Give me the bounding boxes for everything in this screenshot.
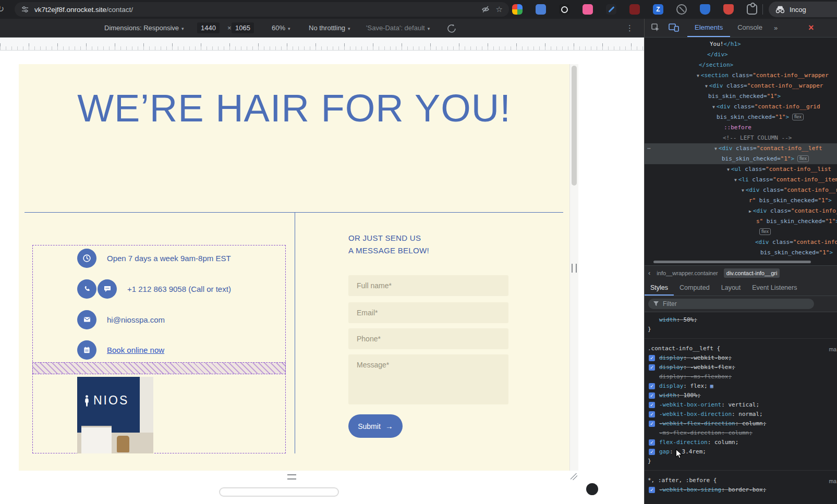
tree-node[interactable]: flex — [645, 227, 837, 237]
inspect-element-icon[interactable] — [651, 23, 660, 32]
puzzle-extensions-icon[interactable] — [747, 4, 757, 15]
eye-hidden-icon[interactable] — [481, 5, 491, 14]
site-settings-icon[interactable] — [21, 5, 29, 14]
url-text[interactable]: vk7t2ejf8f.onrocket.site/contact/ — [34, 6, 476, 14]
dark-red-extension-icon[interactable] — [629, 4, 640, 15]
save-data-select[interactable]: 'Save-Data': default — [366, 19, 430, 38]
tree-node[interactable]: ▼<li class="contact-info__item — [645, 175, 837, 185]
scrollbar-thumb[interactable] — [572, 66, 577, 186]
css-property[interactable]: ✓width: 100%; — [645, 391, 837, 400]
rule-selector[interactable]: *, :after, :before { — [648, 477, 717, 484]
elements-horizontal-scrollbar[interactable] — [645, 260, 837, 265]
property-checkbox[interactable]: ✓ — [649, 392, 655, 399]
expand-arrow-icon[interactable]: ▶ — [749, 209, 751, 214]
viewport-resize-handle-bottom[interactable] — [287, 474, 296, 480]
tree-node[interactable]: </section> — [645, 60, 837, 70]
tree-node[interactable]: bis_skin_checked="1"> — [645, 248, 837, 258]
expand-arrow-icon[interactable]: ▼ — [714, 146, 717, 151]
css-property[interactable]: ✓-webkit-box-orient: vertical; — [645, 400, 837, 410]
dark-circle-extension-icon[interactable] — [559, 4, 569, 15]
tab-console[interactable]: Console — [730, 19, 770, 37]
tree-node[interactable]: <div class="contact-info__text — [645, 237, 837, 248]
rotate-viewport-icon[interactable] — [446, 23, 457, 33]
tab-layout[interactable]: Layout — [715, 280, 747, 296]
stylesheet-source-link[interactable]: ma — [829, 476, 836, 486]
phone-input[interactable] — [348, 328, 508, 349]
tree-node[interactable]: ▼<ul class="contact-info__list — [645, 164, 837, 175]
css-property[interactable]: ✓display: -webkit-box; — [645, 353, 837, 363]
more-tabs-icon[interactable]: » — [774, 19, 778, 37]
breadcrumb-back-icon[interactable]: ‹ — [645, 269, 654, 277]
css-property[interactable]: ✓-webkit-box-direction: normal; — [645, 410, 837, 419]
property-checkbox[interactable]: ✓ — [649, 439, 655, 446]
device-toolbar-menu-icon[interactable] — [626, 19, 634, 37]
css-property[interactable]: ✓display: -webkit-flex; — [645, 363, 837, 372]
css-property[interactable]: ✓display: flex;▦ — [645, 382, 837, 391]
tree-node[interactable]: <!-- LEFT COLUMN --> — [645, 133, 837, 143]
viewport-resize-handle-right[interactable] — [572, 264, 577, 273]
viewport-height-input[interactable]: 1065 — [232, 22, 254, 33]
submit-button[interactable]: Submit → — [348, 414, 403, 438]
expand-arrow-icon[interactable]: ▼ — [727, 167, 730, 172]
blue-shield-extension-icon[interactable] — [700, 4, 710, 15]
google-colorful-extension-icon[interactable] — [512, 4, 523, 15]
tree-node[interactable]: bis_skin_checked="1"> — [645, 91, 837, 102]
flex-editor-icon[interactable]: ▦ — [710, 383, 713, 389]
tree-node[interactable]: </div> — [645, 50, 837, 60]
styles-filter-input[interactable]: Filter — [648, 299, 814, 309]
css-property[interactable]: ✓flex-direction: column; — [645, 438, 837, 447]
property-checkbox[interactable]: ✓ — [649, 402, 655, 408]
viewport-resize-handle-corner[interactable] — [571, 473, 577, 480]
expand-arrow-icon[interactable]: ▼ — [697, 73, 699, 78]
throttling-select[interactable]: No throttling — [309, 19, 350, 38]
expand-arrow-icon[interactable]: ▼ — [742, 188, 744, 193]
zoom-select[interactable]: 60% — [272, 19, 290, 38]
node-menu-dots-icon[interactable]: ⋯ — [647, 143, 651, 154]
tab-styles[interactable]: Styles — [645, 280, 674, 296]
tree-node[interactable]: ▼<section class="contact-info__wrapper — [645, 70, 837, 81]
property-checkbox[interactable]: ✓ — [649, 364, 655, 371]
property-checkbox[interactable]: ✓ — [649, 411, 655, 417]
tab-computed[interactable]: Computed — [674, 280, 715, 296]
red-shield-extension-icon[interactable] — [723, 4, 734, 15]
breadcrumb-item[interactable]: div.contact-info__gri — [724, 268, 780, 278]
bookmark-star-icon[interactable] — [496, 5, 503, 14]
tree-node[interactable]: You!</h1> — [645, 39, 837, 50]
url-bar[interactable]: vk7t2ejf8f.onrocket.site/contact/ — [15, 2, 509, 17]
tab-elements[interactable]: Elements — [687, 19, 730, 37]
full-name-input[interactable] — [348, 275, 508, 296]
tree-node[interactable]: ▼<div class="contact-info__row — [645, 185, 837, 195]
css-property[interactable]: ✓-webkit-flex-direction: column; — [645, 419, 837, 428]
property-checkbox[interactable]: ✓ — [649, 355, 655, 361]
flex-badge[interactable]: flex — [792, 114, 804, 120]
rule-selector[interactable]: .contact-info__left { — [648, 345, 720, 352]
pen-extension-icon[interactable] — [606, 4, 616, 15]
tree-node[interactable]: ⋯▼<div class="contact-info__left — [645, 143, 837, 154]
expand-arrow-icon[interactable]: ▼ — [705, 84, 708, 89]
reload-icon[interactable] — [0, 4, 4, 15]
property-checkbox[interactable]: ✓ — [649, 421, 655, 427]
css-property[interactable]: ✓-webkit-box-sizing: border-box; — [645, 485, 837, 495]
stylesheet-source-link[interactable]: ma — [829, 345, 836, 354]
css-property[interactable]: ✓gap: ▸3.4rem; — [645, 447, 837, 457]
tab-event-listeners[interactable]: Event Listeners — [746, 280, 803, 296]
blocker-extension-icon[interactable] — [676, 4, 687, 15]
book-online-link[interactable]: Book online now — [107, 346, 164, 354]
tree-node[interactable]: s" bis_skin_checked="1"> — [645, 216, 837, 227]
flex-badge[interactable]: flex — [759, 228, 771, 235]
tree-node[interactable]: ▶<div class="contact-info__icons — [645, 206, 837, 216]
blue-z-extension-icon[interactable]: Z — [653, 4, 663, 15]
css-property[interactable]: width: 50%; — [645, 315, 837, 325]
tree-node[interactable]: ::before — [645, 122, 837, 133]
email-input[interactable] — [348, 302, 508, 323]
device-toolbar-toggle-icon[interactable] — [669, 23, 679, 32]
message-textarea[interactable] — [348, 354, 508, 404]
tree-node[interactable]: ▼<div class="contact-info__wrapper — [645, 81, 837, 91]
devtools-close-button[interactable]: × — [808, 19, 814, 36]
tree-node[interactable]: bis_skin_checked="1">flex — [645, 112, 837, 122]
expand-arrow-icon[interactable]: ▼ — [712, 105, 715, 109]
property-checkbox[interactable]: ✓ — [649, 383, 655, 389]
dimensions-select[interactable]: Dimensions: Responsive — [104, 19, 184, 38]
css-property[interactable]: display: -ms-flexbox; — [645, 372, 837, 382]
property-checkbox[interactable]: ✓ — [649, 487, 655, 493]
